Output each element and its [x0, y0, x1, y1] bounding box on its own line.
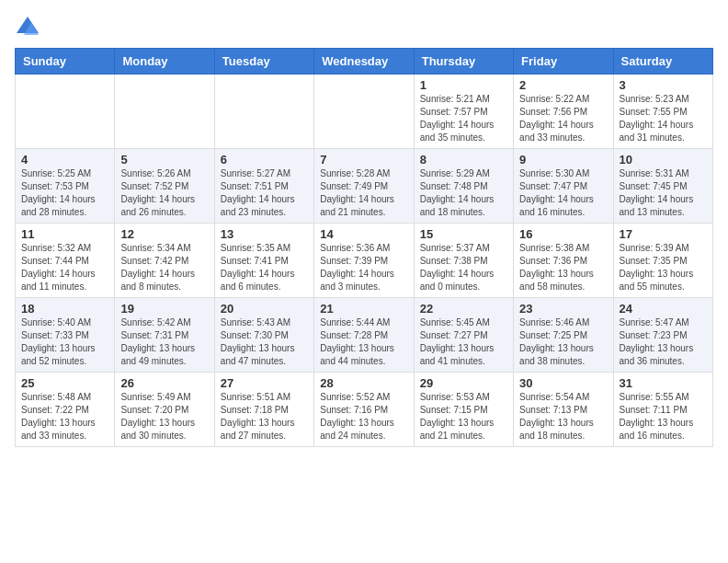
calendar-cell: 29Sunrise: 5:53 AM Sunset: 7:15 PM Dayli… — [414, 373, 513, 447]
day-number: 3 — [620, 78, 707, 92]
day-number: 15 — [420, 227, 507, 241]
day-info: Sunrise: 5:45 AM Sunset: 7:27 PM Dayligh… — [420, 316, 507, 368]
calendar-cell: 27Sunrise: 5:51 AM Sunset: 7:18 PM Dayli… — [214, 373, 313, 447]
day-info: Sunrise: 5:47 AM Sunset: 7:23 PM Dayligh… — [620, 316, 707, 368]
day-number: 22 — [420, 302, 507, 316]
calendar-cell: 14Sunrise: 5:36 AM Sunset: 7:39 PM Dayli… — [314, 224, 414, 298]
calendar-cell: 16Sunrise: 5:38 AM Sunset: 7:36 PM Dayli… — [514, 224, 613, 298]
calendar-cell: 30Sunrise: 5:54 AM Sunset: 7:13 PM Dayli… — [514, 373, 613, 447]
day-info: Sunrise: 5:40 AM Sunset: 7:33 PM Dayligh… — [21, 316, 108, 368]
day-of-week-header: Saturday — [613, 49, 712, 75]
day-number: 23 — [519, 302, 607, 316]
day-info: Sunrise: 5:43 AM Sunset: 7:30 PM Dayligh… — [221, 316, 308, 368]
calendar-cell — [214, 75, 313, 149]
day-number: 19 — [120, 302, 208, 316]
logo — [15, 15, 44, 40]
calendar-table: SundayMondayTuesdayWednesdayThursdayFrid… — [15, 48, 713, 447]
calendar-week-row: 25Sunrise: 5:48 AM Sunset: 7:22 PM Dayli… — [16, 373, 713, 447]
day-info: Sunrise: 5:31 AM Sunset: 7:45 PM Dayligh… — [620, 167, 707, 219]
day-number: 6 — [221, 153, 308, 167]
calendar-cell: 11Sunrise: 5:32 AM Sunset: 7:44 PM Dayli… — [16, 224, 115, 298]
calendar-cell: 17Sunrise: 5:39 AM Sunset: 7:35 PM Dayli… — [613, 224, 712, 298]
calendar-cell — [314, 75, 414, 149]
calendar-cell: 24Sunrise: 5:47 AM Sunset: 7:23 PM Dayli… — [613, 298, 712, 373]
day-info: Sunrise: 5:42 AM Sunset: 7:31 PM Dayligh… — [120, 316, 208, 368]
day-info: Sunrise: 5:55 AM Sunset: 7:11 PM Dayligh… — [620, 391, 707, 442]
day-number: 5 — [120, 153, 208, 167]
day-of-week-header: Sunday — [16, 49, 115, 75]
day-number: 7 — [320, 153, 407, 167]
day-number: 9 — [519, 153, 607, 167]
day-info: Sunrise: 5:37 AM Sunset: 7:38 PM Dayligh… — [420, 242, 507, 293]
day-number: 14 — [320, 227, 407, 241]
calendar-header-row: SundayMondayTuesdayWednesdayThursdayFrid… — [16, 49, 713, 75]
day-number: 31 — [620, 376, 707, 390]
day-number: 10 — [620, 153, 707, 167]
day-number: 1 — [420, 78, 507, 92]
calendar-week-row: 18Sunrise: 5:40 AM Sunset: 7:33 PM Dayli… — [16, 298, 713, 373]
day-info: Sunrise: 5:29 AM Sunset: 7:48 PM Dayligh… — [420, 167, 507, 219]
day-info: Sunrise: 5:49 AM Sunset: 7:20 PM Dayligh… — [120, 391, 208, 442]
calendar-cell — [16, 75, 115, 149]
calendar-cell: 18Sunrise: 5:40 AM Sunset: 7:33 PM Dayli… — [16, 298, 115, 373]
calendar-cell: 1Sunrise: 5:21 AM Sunset: 7:57 PM Daylig… — [414, 75, 513, 149]
day-number: 25 — [21, 376, 108, 390]
day-number: 29 — [420, 376, 507, 390]
calendar-cell: 12Sunrise: 5:34 AM Sunset: 7:42 PM Dayli… — [115, 224, 214, 298]
day-info: Sunrise: 5:26 AM Sunset: 7:52 PM Dayligh… — [120, 167, 208, 219]
calendar-cell: 15Sunrise: 5:37 AM Sunset: 7:38 PM Dayli… — [414, 224, 513, 298]
calendar-cell: 13Sunrise: 5:35 AM Sunset: 7:41 PM Dayli… — [214, 224, 313, 298]
calendar-cell — [115, 75, 214, 149]
calendar-week-row: 11Sunrise: 5:32 AM Sunset: 7:44 PM Dayli… — [16, 224, 713, 298]
day-number: 4 — [21, 153, 108, 167]
day-info: Sunrise: 5:39 AM Sunset: 7:35 PM Dayligh… — [620, 242, 707, 293]
day-number: 30 — [519, 376, 607, 390]
calendar-cell: 2Sunrise: 5:22 AM Sunset: 7:56 PM Daylig… — [514, 75, 613, 149]
day-of-week-header: Monday — [115, 49, 214, 75]
day-of-week-header: Thursday — [414, 49, 513, 75]
day-number: 24 — [620, 302, 707, 316]
day-info: Sunrise: 5:53 AM Sunset: 7:15 PM Dayligh… — [420, 391, 507, 442]
day-number: 13 — [221, 227, 308, 241]
day-number: 21 — [320, 302, 407, 316]
calendar-cell: 7Sunrise: 5:28 AM Sunset: 7:49 PM Daylig… — [314, 149, 414, 224]
day-of-week-header: Friday — [514, 49, 613, 75]
logo-icon — [15, 15, 40, 40]
day-info: Sunrise: 5:36 AM Sunset: 7:39 PM Dayligh… — [320, 242, 407, 293]
day-info: Sunrise: 5:38 AM Sunset: 7:36 PM Dayligh… — [519, 242, 607, 293]
calendar-cell: 3Sunrise: 5:23 AM Sunset: 7:55 PM Daylig… — [613, 75, 712, 149]
day-info: Sunrise: 5:44 AM Sunset: 7:28 PM Dayligh… — [320, 316, 407, 368]
day-number: 20 — [221, 302, 308, 316]
calendar-cell: 22Sunrise: 5:45 AM Sunset: 7:27 PM Dayli… — [414, 298, 513, 373]
calendar-cell: 21Sunrise: 5:44 AM Sunset: 7:28 PM Dayli… — [314, 298, 414, 373]
day-info: Sunrise: 5:21 AM Sunset: 7:57 PM Dayligh… — [420, 93, 507, 144]
day-number: 8 — [420, 153, 507, 167]
calendar-cell: 6Sunrise: 5:27 AM Sunset: 7:51 PM Daylig… — [214, 149, 313, 224]
day-number: 27 — [221, 376, 308, 390]
day-number: 16 — [519, 227, 607, 241]
day-info: Sunrise: 5:28 AM Sunset: 7:49 PM Dayligh… — [320, 167, 407, 219]
calendar-cell: 25Sunrise: 5:48 AM Sunset: 7:22 PM Dayli… — [16, 373, 115, 447]
day-number: 12 — [120, 227, 208, 241]
day-of-week-header: Wednesday — [314, 49, 414, 75]
day-info: Sunrise: 5:51 AM Sunset: 7:18 PM Dayligh… — [221, 391, 308, 442]
calendar-cell: 23Sunrise: 5:46 AM Sunset: 7:25 PM Dayli… — [514, 298, 613, 373]
day-info: Sunrise: 5:30 AM Sunset: 7:47 PM Dayligh… — [519, 167, 607, 219]
calendar-cell: 19Sunrise: 5:42 AM Sunset: 7:31 PM Dayli… — [115, 298, 214, 373]
day-info: Sunrise: 5:52 AM Sunset: 7:16 PM Dayligh… — [320, 391, 407, 442]
day-info: Sunrise: 5:46 AM Sunset: 7:25 PM Dayligh… — [519, 316, 607, 368]
calendar-week-row: 1Sunrise: 5:21 AM Sunset: 7:57 PM Daylig… — [16, 75, 713, 149]
day-number: 28 — [320, 376, 407, 390]
day-info: Sunrise: 5:54 AM Sunset: 7:13 PM Dayligh… — [519, 391, 607, 442]
day-number: 2 — [519, 78, 607, 92]
calendar-cell: 20Sunrise: 5:43 AM Sunset: 7:30 PM Dayli… — [214, 298, 313, 373]
day-info: Sunrise: 5:34 AM Sunset: 7:42 PM Dayligh… — [120, 242, 208, 293]
calendar-cell: 4Sunrise: 5:25 AM Sunset: 7:53 PM Daylig… — [16, 149, 115, 224]
page-header — [15, 15, 713, 40]
day-number: 18 — [21, 302, 108, 316]
calendar-cell: 28Sunrise: 5:52 AM Sunset: 7:16 PM Dayli… — [314, 373, 414, 447]
day-of-week-header: Tuesday — [214, 49, 313, 75]
day-info: Sunrise: 5:23 AM Sunset: 7:55 PM Dayligh… — [620, 93, 707, 144]
calendar-cell: 26Sunrise: 5:49 AM Sunset: 7:20 PM Dayli… — [115, 373, 214, 447]
day-info: Sunrise: 5:48 AM Sunset: 7:22 PM Dayligh… — [21, 391, 108, 442]
